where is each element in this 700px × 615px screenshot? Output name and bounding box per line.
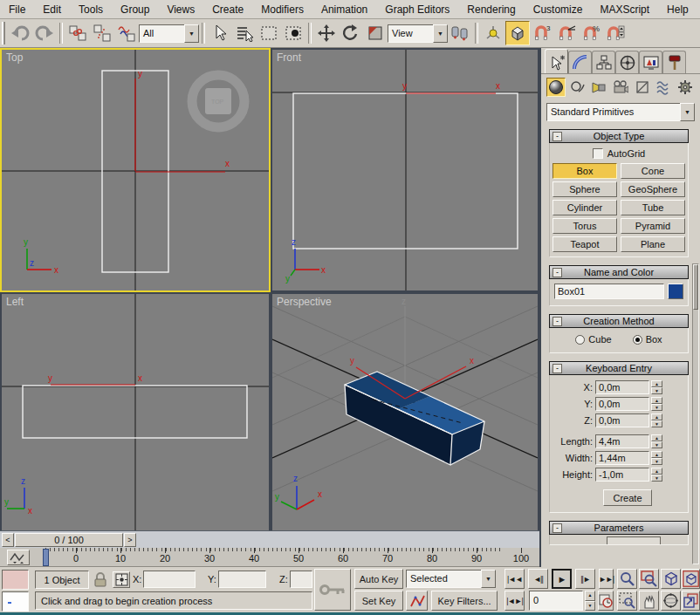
primitive-button-tube[interactable]: Tube <box>621 200 685 215</box>
primitive-button-pyramid[interactable]: Pyramid <box>621 218 685 234</box>
primitive-button-cone[interactable]: Cone <box>621 163 685 179</box>
time-slider-track[interactable]: < 0 / 100 > <box>0 530 539 548</box>
creation-method-cube-option[interactable]: Cube <box>575 334 611 345</box>
select-and-rotate-button[interactable] <box>339 21 363 45</box>
select-and-move-button[interactable] <box>314 21 339 45</box>
default-in-out-tangents-button[interactable] <box>406 591 428 611</box>
time-slider-next-button[interactable]: > <box>124 533 136 547</box>
current-frame-field[interactable]: 0 <box>529 591 583 611</box>
use-pivot-point-center-button[interactable] <box>448 21 472 45</box>
ke-x-spinner[interactable]: ▲▼ <box>651 380 662 394</box>
key-filter-set-dropdown[interactable]: Selected ▼ <box>406 570 496 588</box>
coord-x-field[interactable] <box>143 571 196 588</box>
menu-tools[interactable]: Tools <box>70 1 112 18</box>
key-mode-toggle-button[interactable]: |◄►| <box>504 591 525 611</box>
ke-height-spinner[interactable]: ▲▼ <box>651 468 662 482</box>
play-button[interactable]: ► <box>552 569 572 589</box>
select-and-link-button[interactable] <box>65 21 90 45</box>
select-and-scale-button[interactable] <box>363 21 388 45</box>
category-helpers[interactable] <box>633 78 652 97</box>
primitive-button-teapot[interactable]: Teapot <box>552 236 617 252</box>
menu-graph-editors[interactable]: Graph Editors <box>376 1 458 18</box>
snaps-toggle-button[interactable] <box>505 21 530 45</box>
selection-filter-dropdown[interactable]: All ▼ <box>139 24 199 43</box>
go-to-start-button[interactable]: |◄◄ <box>504 569 525 589</box>
previous-frame-button[interactable]: ◄|| <box>528 569 548 589</box>
ke-z-spinner[interactable]: ▲▼ <box>651 413 662 427</box>
viewport-front[interactable]: Front y x z x y <box>272 50 538 290</box>
menu-help[interactable]: Help <box>658 1 697 18</box>
pan-button[interactable] <box>639 591 659 611</box>
min-max-toggle-button[interactable] <box>682 591 700 611</box>
time-configuration-button[interactable] <box>598 591 614 611</box>
set-keys-button[interactable] <box>314 569 351 611</box>
menu-create[interactable]: Create <box>203 1 252 18</box>
tab-modify[interactable] <box>568 51 592 73</box>
category-space-warps[interactable] <box>655 78 674 97</box>
select-and-manipulate-button[interactable] <box>481 21 505 45</box>
frame-spinner[interactable]: ▲▼ <box>585 591 595 611</box>
snap-toggle-3d-button[interactable]: 3 <box>530 21 554 45</box>
menu-modifiers[interactable]: Modifiers <box>252 1 312 18</box>
creation-method-box-option[interactable]: Box <box>633 334 662 345</box>
go-to-end-button[interactable]: ►►| <box>599 569 614 589</box>
zoom-button[interactable] <box>617 569 637 589</box>
category-lights[interactable] <box>589 78 608 97</box>
rollout-parameters-header[interactable]: - Parameters <box>549 521 689 535</box>
category-shapes[interactable] <box>568 78 587 97</box>
time-slider-handle[interactable]: 0 / 100 <box>15 533 123 547</box>
zoom-extents-all-button[interactable] <box>682 569 700 589</box>
ke-z-field[interactable]: 0,0m <box>595 413 649 427</box>
menu-views[interactable]: Views <box>158 1 203 18</box>
window-crossing-toggle-button[interactable] <box>281 21 305 45</box>
tab-display[interactable] <box>639 51 662 73</box>
primitive-button-geosphere[interactable]: GeoSphere <box>621 181 685 197</box>
ke-length-field[interactable]: 4,4m <box>595 434 649 448</box>
ke-y-field[interactable]: 0,0m <box>595 397 649 411</box>
absolute-offset-mode-toggle[interactable] <box>113 571 130 588</box>
zoom-extents-button[interactable] <box>661 569 681 589</box>
time-slider-prev-button[interactable]: < <box>2 533 14 547</box>
viewport-top[interactable]: Top TOP y x y x z <box>0 48 271 292</box>
object-name-field[interactable]: Box01 <box>554 284 664 299</box>
auto-key-button[interactable]: Auto Key <box>354 569 403 589</box>
primitives-category-dropdown[interactable]: Standard Primitives ▼ <box>546 103 695 121</box>
ke-x-field[interactable]: 0,0m <box>595 380 649 394</box>
spinner-snap-toggle-button[interactable] <box>603 21 628 45</box>
rectangular-selection-region-button[interactable] <box>257 21 281 45</box>
track-bar-ruler[interactable]: 0 10 20 30 40 50 60 70 80 90 100 <box>31 548 539 567</box>
menu-animation[interactable]: Animation <box>312 1 376 18</box>
primitive-button-box[interactable]: Box <box>552 163 617 179</box>
ke-length-spinner[interactable]: ▲▼ <box>651 434 662 448</box>
autogrid-checkbox[interactable] <box>593 148 603 159</box>
reference-coordinate-system-dropdown[interactable]: View ▼ <box>388 24 448 43</box>
percent-snap-toggle-button[interactable]: % <box>579 21 603 45</box>
maxscript-listener-box[interactable] <box>2 591 29 612</box>
ke-width-field[interactable]: 1,44m <box>595 451 649 465</box>
menu-maxscript[interactable]: MAXScript <box>591 1 658 18</box>
menu-customize[interactable]: Customize <box>525 1 592 18</box>
next-frame-button[interactable]: ||► <box>575 569 595 589</box>
toolbar-grip[interactable] <box>2 22 5 44</box>
tab-hierarchy[interactable] <box>592 51 615 73</box>
primitive-button-sphere[interactable]: Sphere <box>552 181 617 197</box>
select-by-name-button[interactable] <box>232 21 257 45</box>
rollout-creation-method-header[interactable]: - Creation Method <box>549 314 689 328</box>
primitive-button-cylinder[interactable]: Cylinder <box>552 200 617 215</box>
ke-height-field[interactable]: -1,0m <box>595 468 649 482</box>
zoom-all-button[interactable] <box>639 569 659 589</box>
ke-width-spinner[interactable]: ▲▼ <box>651 451 662 465</box>
coord-z-field[interactable] <box>290 571 312 588</box>
macro-recorder-box[interactable] <box>2 570 29 590</box>
tab-create[interactable] <box>545 49 568 73</box>
viewport-left[interactable]: Left y x z y x <box>2 294 269 530</box>
scrollbar-handle[interactable] <box>693 264 698 310</box>
menu-rendering[interactable]: Rendering <box>458 1 524 18</box>
category-geometry[interactable] <box>546 78 566 97</box>
redo-button[interactable] <box>32 21 57 45</box>
mini-curve-editor-button[interactable] <box>7 550 30 565</box>
arc-rotate-button[interactable] <box>661 591 681 611</box>
rollout-object-type-header[interactable]: - Object Type <box>549 129 689 143</box>
tab-motion[interactable] <box>615 51 639 73</box>
viewport-perspective[interactable]: Perspective z <box>272 294 538 530</box>
